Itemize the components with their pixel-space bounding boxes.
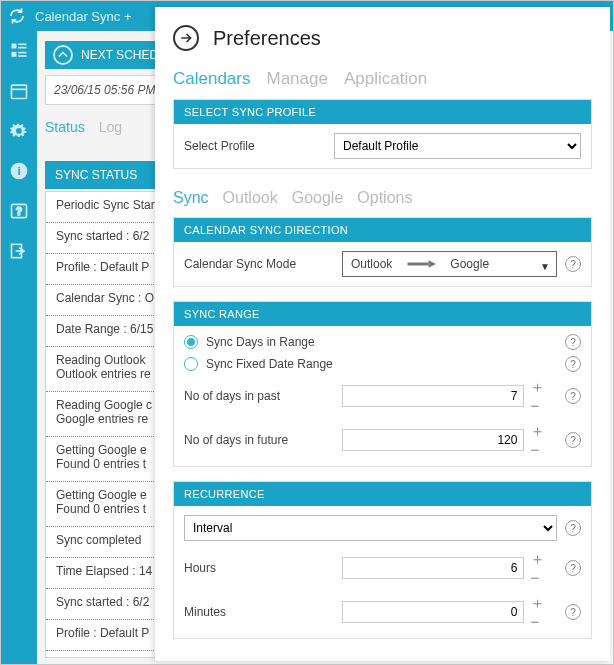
settings-icon[interactable] — [7, 119, 31, 143]
radio-fixed-date-range-label: Sync Fixed Date Range — [206, 357, 557, 371]
sync-app-icon — [7, 6, 27, 26]
subtab-google[interactable]: Google — [292, 189, 344, 207]
svg-text:?: ? — [16, 206, 22, 217]
days-future-label: No of days in future — [184, 433, 334, 447]
preferences-title: Preferences — [213, 27, 321, 50]
svg-marker-16 — [429, 260, 437, 268]
select-profile-label: Select Profile — [184, 139, 334, 153]
direction-arrow-icon — [406, 258, 436, 270]
days-past-label: No of days in past — [184, 389, 334, 403]
svg-rect-4 — [18, 52, 26, 54]
help-icon[interactable]: ? — [565, 356, 581, 372]
sidebar: i ? — [1, 31, 37, 664]
radio-days-in-range-label: Sync Days in Range — [206, 335, 557, 349]
collapse-up-icon[interactable] — [53, 45, 73, 65]
section-head-profile: SELECT SYNC PROFILE — [174, 100, 591, 124]
spinner-control[interactable]: ＋− — [530, 594, 557, 630]
subtab-outlook[interactable]: Outlook — [223, 189, 278, 207]
svg-rect-2 — [18, 47, 26, 49]
sync-mode-dropdown[interactable]: Outlook Google ▼ — [342, 251, 557, 277]
svg-text:i: i — [17, 164, 20, 177]
hours-label: Hours — [184, 561, 334, 575]
subtab-sync[interactable]: Sync — [173, 189, 209, 207]
section-sync-range: SYNC RANGE Sync Days in Range ? Sync Fix… — [173, 301, 592, 467]
info-icon[interactable]: i — [7, 159, 31, 183]
spinner-control[interactable]: ＋− — [530, 378, 557, 414]
help-icon[interactable]: ? — [565, 334, 581, 350]
select-profile-dropdown[interactable]: Default Profile — [334, 133, 581, 159]
days-past-input[interactable] — [342, 385, 524, 407]
help-icon[interactable]: ? — [565, 432, 581, 448]
days-future-input[interactable] — [342, 429, 524, 451]
spinner-control[interactable]: ＋− — [530, 550, 557, 586]
tab-log[interactable]: Log — [99, 119, 122, 143]
section-sync-direction: CALENDAR SYNC DIRECTION Calendar Sync Mo… — [173, 217, 592, 287]
minutes-label: Minutes — [184, 605, 334, 619]
spinner-control[interactable]: ＋− — [530, 422, 557, 458]
svg-rect-6 — [12, 85, 27, 98]
svg-rect-3 — [12, 52, 17, 57]
exit-icon[interactable] — [7, 239, 31, 263]
hours-input[interactable] — [342, 557, 524, 579]
help-icon[interactable]: ? — [565, 256, 581, 272]
section-head-range: SYNC RANGE — [174, 302, 591, 326]
section-head-direction: CALENDAR SYNC DIRECTION — [174, 218, 591, 242]
back-arrow-icon[interactable] — [173, 25, 199, 51]
home-icon[interactable] — [7, 39, 31, 63]
svg-rect-1 — [18, 44, 26, 46]
preferences-panel: Preferences Calendars Manage Application… — [155, 7, 610, 661]
calendar-icon[interactable] — [7, 79, 31, 103]
section-recurrence: RECURRENCE Interval ? Hours ＋− — [173, 481, 592, 639]
help-icon[interactable]: ? — [7, 199, 31, 223]
svg-rect-0 — [12, 44, 17, 49]
svg-rect-5 — [18, 55, 26, 57]
recurrence-interval-dropdown[interactable]: Interval — [184, 515, 557, 541]
tab-application[interactable]: Application — [344, 69, 427, 89]
tab-status[interactable]: Status — [45, 119, 85, 143]
help-icon[interactable]: ? — [565, 604, 581, 620]
app-window: Calendar Sync + — ✕ i ? NEXT SCHEDUL — [0, 0, 614, 665]
section-select-profile: SELECT SYNC PROFILE Select Profile Defau… — [173, 99, 592, 169]
minutes-input[interactable] — [342, 601, 524, 623]
calendar-sub-tabs: Sync Outlook Google Options — [173, 189, 592, 207]
preferences-main-tabs: Calendars Manage Application — [173, 69, 592, 89]
caret-down-icon: ▼ — [540, 261, 550, 272]
section-head-recurrence: RECURRENCE — [174, 482, 591, 506]
radio-fixed-date-range[interactable] — [184, 357, 198, 371]
sync-mode-label: Calendar Sync Mode — [184, 257, 334, 271]
radio-days-in-range[interactable] — [184, 335, 198, 349]
subtab-options[interactable]: Options — [357, 189, 412, 207]
help-icon[interactable]: ? — [565, 560, 581, 576]
tab-calendars[interactable]: Calendars — [173, 69, 251, 89]
help-icon[interactable]: ? — [565, 520, 581, 536]
help-icon[interactable]: ? — [565, 388, 581, 404]
tab-manage[interactable]: Manage — [267, 69, 328, 89]
